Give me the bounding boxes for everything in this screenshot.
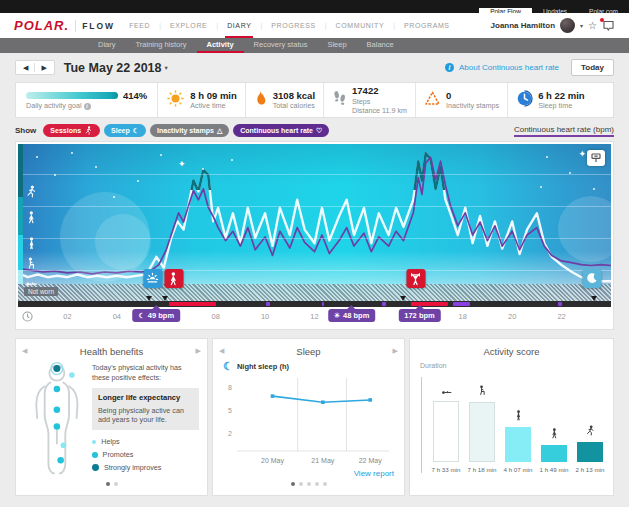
score-bar-7-h-18-min: 7 h 18 min [467,382,497,473]
nav-item-progress[interactable]: PROGRESS [269,13,317,38]
bpm-badge: ☀48 bpm [328,309,376,322]
pill-sleep[interactable]: Sleep☾ [104,124,146,137]
page-dot[interactable] [106,482,110,486]
card-prev-arrow[interactable]: ◀ [22,347,27,355]
legend-item-helps: Helps [92,437,199,447]
triangle-icon: △ [217,127,222,134]
page-dot[interactable] [299,482,303,486]
card-title: Activity score [418,346,605,357]
hour-label: 22 [557,312,565,321]
favorites-star-icon[interactable]: ☆ [588,20,597,31]
subnav-item-sleep[interactable]: Sleep [317,38,356,53]
walk-marker-icon[interactable] [164,269,183,288]
card-next-arrow[interactable]: ▶ [393,347,398,355]
about-chr-link[interactable]: About Continuous heart rate [459,63,559,72]
chart-unit-label[interactable]: Continuous heart rate (bpm) [514,125,614,137]
sit-level-icon [25,256,38,274]
activity-score-card: Activity score Duration 7 h 33 min7 h 18… [409,338,614,496]
body-figure [24,361,86,479]
legend-dot [92,452,98,458]
prev-day-button[interactable]: ◀ [21,64,30,72]
stat-active-time: 8 h 09 minActive time [157,83,244,117]
subnav-item-balance[interactable]: Balance [357,38,404,53]
pagination-dots[interactable] [213,472,404,490]
date-caret-icon[interactable]: ▾ [165,64,168,72]
walk-icon [549,425,560,443]
hr-mark-segment [322,302,324,306]
logo-divider [75,20,76,32]
subnav-item-training-history[interactable]: Training history [126,38,197,53]
pill-sessions[interactable]: Sessions [43,124,100,137]
intensity-segment [18,144,23,197]
gridline [18,174,611,175]
warning-icon [424,90,441,111]
legend-label: Strongly improves [104,463,162,473]
page-dot[interactable] [323,482,327,486]
highlight-title: Longer life expectancy [98,393,193,403]
intensity-scale [18,144,23,284]
polar-logo[interactable]: POLAR. FLOW [14,18,115,33]
health-benefits-body: Today's physical activity has these posi… [24,361,199,479]
star-decor [54,174,56,176]
svg-text:22 May: 22 May [359,457,382,465]
pill-inactivity-stamps[interactable]: Inactivity stamps△ [150,124,229,137]
card-prev-arrow[interactable]: ◀ [219,347,224,355]
legend-label: Promotes [103,450,134,460]
topbar: Polar FlowUpdatesPolar.com [0,0,629,13]
stat-value: 414% [123,90,147,102]
hr-mark-segment [558,302,562,306]
sleep-card: ◀ Sleep ▶ ☾ Night sleep (h) 25820 May21 … [212,338,405,496]
score-bar-4-h-07-min: 4 h 07 min [503,407,533,473]
avatar[interactable] [560,18,575,33]
subnav-item-recovery-status[interactable]: Recovery status [244,38,318,53]
user-name[interactable]: Joanna Hamilton [491,21,555,30]
activity-chart[interactable]: Not worn ✦✦ [18,144,611,301]
card-next-arrow[interactable]: ▶ [196,347,201,355]
stat-value: 17422 [352,85,407,97]
daily-stats-bar: 414%Daily activity goali8 h 09 minActive… [15,82,614,118]
page-dot[interactable] [114,482,118,486]
hr-mark-segment [382,302,386,306]
nav-item-programs[interactable]: PROGRAMS [402,13,452,38]
next-day-button[interactable]: ▶ [39,64,48,72]
health-intro: Today's physical activity has these posi… [92,363,199,382]
nav-item-diary[interactable]: DIARY [225,13,253,38]
svg-text:2: 2 [228,430,232,437]
run-icon [585,422,596,440]
nav-item-community[interactable]: COMMUNITY [334,13,387,38]
wear-band: Not worn [18,284,611,301]
moon-icon: ☾ [223,361,233,372]
nav-separator: | [253,22,269,29]
subnav-item-diary[interactable]: Diary [88,38,126,53]
session-timeline[interactable] [18,301,611,307]
duration-axis-label: Duration [420,362,605,369]
session-segment [169,302,216,306]
legend-dot [92,464,99,471]
stat-steps: 17422StepsDistance 11.9 km [323,83,415,117]
bpm-value: 48 bpm [343,311,369,320]
strength-marker-icon[interactable] [406,269,425,288]
show-row: Show SessionsSleep☾Inactivity stamps△Con… [15,124,614,137]
bar [577,442,603,462]
timeline-marker-arrow [146,296,152,301]
pill-continuous-heart-rate[interactable]: Continuous heart rate♡ [233,124,329,137]
user-caret-down-icon[interactable]: ▾ [580,22,583,29]
nav-item-feed[interactable]: FEED [127,13,152,38]
star-decor [36,156,38,158]
notifications-flag-icon[interactable] [602,20,615,32]
stat-sleep-time: 6 h 22 minSleep time [507,83,592,117]
date-label[interactable]: Tue May 22 2018 [64,61,162,75]
stat-label: Total calories [273,101,315,110]
nav-item-explore[interactable]: EXPLORE [168,13,209,38]
pagination-dots[interactable] [16,472,207,490]
sun-icon: ☀ [334,312,340,319]
moon-marker-icon[interactable] [583,269,602,288]
page-dot[interactable] [291,482,295,486]
today-button[interactable]: Today [571,59,614,76]
sunrise-marker-icon[interactable] [143,269,162,288]
page-dot[interactable] [307,482,311,486]
subnav-item-activity[interactable]: Activity [197,38,244,53]
page-dot[interactable] [315,482,319,486]
stat-value: 6 h 22 min [538,90,584,102]
moon-icon: ☾ [133,127,139,134]
